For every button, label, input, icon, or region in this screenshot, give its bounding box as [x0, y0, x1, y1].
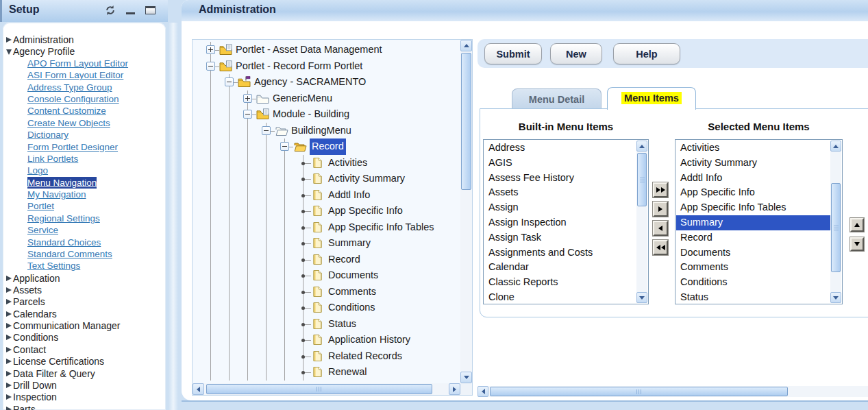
tree-node[interactable]: Conditions [194, 300, 459, 316]
scroll-down-icon[interactable] [830, 292, 841, 303]
tree-node[interactable]: Documents [194, 267, 459, 284]
maximize-icon[interactable] [145, 6, 156, 14]
minimize-icon[interactable] [126, 12, 135, 14]
list-option[interactable]: Activities [676, 141, 830, 156]
scroll-thumb[interactable] [490, 387, 788, 396]
sidebar-link[interactable]: Regional Settings [27, 213, 100, 224]
sidebar-section[interactable]: Conditions [6, 332, 166, 343]
list-option[interactable]: Assignments and Costs [484, 245, 636, 261]
list-option[interactable]: Assign Task [484, 230, 636, 245]
panel-splitter[interactable] [169, 23, 178, 410]
list-option[interactable]: Activity Summary [676, 156, 830, 171]
sidebar-link[interactable]: Service [27, 224, 58, 236]
tree-node-label[interactable]: App Specific Info Tables [328, 219, 434, 236]
sidebar-section[interactable]: Drill Down [6, 379, 166, 391]
list-option[interactable]: Assign Inspection [484, 215, 636, 230]
tree-node[interactable]: Activity Summary [194, 171, 459, 187]
scroll-up-icon[interactable] [830, 141, 841, 152]
tree-node-label[interactable]: Activities [328, 155, 367, 171]
tree-vertical-scrollbar[interactable] [460, 40, 472, 383]
tree-node-label[interactable]: Renewal [328, 364, 367, 381]
tree-node[interactable]: Record [194, 138, 459, 155]
sidebar-link[interactable]: APO Form Layout Editor [27, 58, 128, 69]
tree-horizontal-scrollbar[interactable] [193, 383, 460, 395]
tree-node-label[interactable]: Documents [328, 267, 378, 284]
list-option[interactable]: Calendar [484, 260, 636, 275]
scroll-up-icon[interactable] [636, 141, 647, 152]
sidebar-link[interactable]: Console Configuration [27, 93, 119, 105]
tree-node-label[interactable]: Conditions [328, 300, 375, 316]
tree-node-label[interactable]: App Specific Info [328, 203, 403, 219]
tree-node-label[interactable]: Record [328, 252, 360, 268]
tree-node-label[interactable]: Portlet - Asset Data Management [236, 42, 382, 58]
sidebar-link[interactable]: My Navigation [27, 189, 86, 200]
tree-node[interactable]: GenericMenu [194, 91, 459, 107]
expand-plus-icon[interactable] [243, 94, 252, 103]
submit-button[interactable]: Submit [484, 43, 542, 64]
sidebar-section[interactable]: Parts [6, 403, 166, 410]
collapse-minus-icon[interactable] [206, 62, 215, 71]
list-option[interactable]: AGIS [484, 156, 636, 171]
refresh-icon[interactable] [105, 5, 116, 16]
sidebar-section[interactable]: Application [6, 272, 166, 284]
tree-node-label[interactable]: Activity Summary [328, 171, 405, 187]
tree-node[interactable]: Activities [194, 155, 459, 171]
new-button[interactable]: New [550, 43, 602, 64]
built-in-list-scrollbar[interactable] [636, 141, 647, 303]
tree-node[interactable]: App Specific Info [194, 203, 459, 219]
sidebar-link[interactable]: Logo [27, 165, 48, 176]
list-option[interactable]: Assign [484, 200, 636, 215]
tree-node[interactable]: Module - Building [194, 106, 459, 123]
scroll-down-icon[interactable] [636, 292, 647, 303]
tree-node-label[interactable]: Application History [328, 332, 410, 348]
list-option[interactable]: Status [676, 290, 830, 303]
tree-node[interactable]: Agency - SACRAMENTO [194, 74, 459, 91]
tree-node[interactable]: Status [194, 316, 459, 333]
tree-node[interactable]: Renewal [194, 364, 459, 381]
scroll-left-icon[interactable] [193, 383, 204, 395]
expand-plus-icon[interactable] [206, 45, 215, 54]
selected-menu-items-list[interactable]: ActivitiesActivity SummaryAddtl InfoApp … [675, 139, 843, 304]
sidebar-section[interactable]: Parcels [6, 296, 166, 308]
list-option[interactable]: Address [484, 141, 636, 156]
list-option[interactable]: Summary [676, 215, 830, 230]
move-down-button[interactable] [850, 237, 864, 251]
tree-node-label[interactable]: Related Records [328, 348, 402, 365]
move-right-button[interactable] [653, 202, 668, 217]
sidebar-section[interactable]: Assets [6, 284, 166, 296]
selected-list-scrollbar[interactable] [830, 141, 841, 303]
help-button[interactable]: Help [613, 43, 680, 64]
sidebar-link[interactable]: ASI Form Layout Editor [27, 69, 123, 81]
tab-menu-items[interactable]: Menu Items [607, 87, 696, 110]
scroll-thumb[interactable] [637, 153, 647, 206]
sidebar-link[interactable]: Create New Objects [27, 117, 110, 129]
scroll-thumb[interactable] [461, 53, 471, 190]
tree-node-label[interactable]: Status [328, 316, 356, 333]
scroll-left-icon[interactable] [478, 386, 488, 397]
tree-node-label[interactable]: Addtl Info [328, 187, 370, 204]
tree-node-label[interactable]: BuildingMenu [291, 123, 351, 139]
list-option[interactable]: Clone [484, 290, 636, 303]
sidebar-section[interactable]: Agency Profile [6, 45, 166, 57]
scroll-right-icon[interactable] [449, 383, 460, 395]
tree-node[interactable]: Portlet - Asset Data Management [194, 42, 459, 58]
sidebar-section[interactable]: Calendars [6, 308, 166, 319]
sidebar-section[interactable]: Administration [6, 34, 166, 45]
tree-node-label[interactable]: Summary [328, 235, 371, 252]
sidebar-link[interactable]: Standard Choices [27, 237, 101, 248]
list-option[interactable]: Assets [484, 185, 636, 200]
tree-node-label[interactable]: Portlet - Record Form Portlet [236, 58, 362, 75]
sidebar-link[interactable]: Portlet [27, 200, 54, 212]
move-all-right-button[interactable] [653, 182, 668, 197]
tree-node[interactable]: Addtl Info [194, 187, 459, 204]
list-option[interactable]: App Specific Info [676, 185, 830, 200]
sidebar-section[interactable]: Inspection [6, 391, 166, 403]
list-option[interactable]: App Specific Info Tables [676, 200, 830, 215]
sidebar-section[interactable]: Data Filter & Query [6, 367, 166, 379]
tree-node[interactable]: BuildingMenu [194, 123, 459, 139]
tab-menu-detail[interactable]: Menu Detail [512, 88, 602, 109]
sidebar-link[interactable]: Menu Navigation [27, 177, 97, 189]
tree-node-label[interactable]: GenericMenu [273, 91, 332, 107]
scroll-thumb[interactable] [831, 183, 841, 272]
sidebar-link[interactable]: Form Portlet Designer [27, 141, 118, 153]
